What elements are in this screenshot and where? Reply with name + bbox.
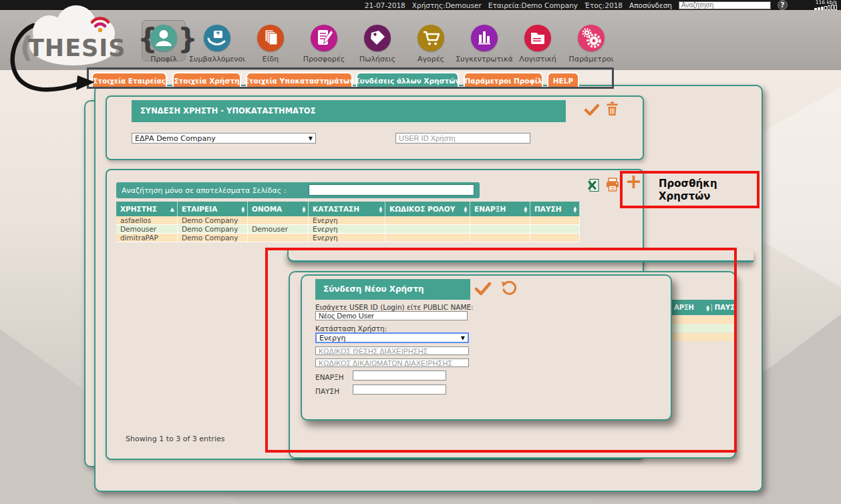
accounting-folder-icon — [524, 25, 551, 51]
partial-row — [672, 333, 735, 341]
user-branch-panel: ΣΥΝΔΕΣΗ ΧΡΗΣΤΗ - ΥΠΟΚΑΤΑΣΤΗΜΑΤΟΣ ΕΔΡΑ De… — [106, 95, 644, 160]
role-code-input[interactable] — [315, 346, 469, 355]
status-select[interactable]: Ενεργη ▼ — [315, 332, 469, 343]
chevron-down-icon: ▼ — [309, 136, 313, 142]
users-table: ΧΡΗΣΤΗΣ▲ ΕΤΑΙΡΕΙΑ▲▼ ΟΝΟΜΑ▲▼ ΚΑΤΑΣΤΑΣΗ▲▼ … — [116, 202, 580, 242]
background-partial-table: ΑΡΞΗ▲▼ ΠΑΥΣ — [672, 300, 735, 342]
user-label: Χρήστης:Demouser — [412, 1, 482, 9]
bandwidth-label: 116 kb/s — [816, 0, 837, 5]
logout-link[interactable]: Αποσύνδεση — [629, 1, 672, 9]
help-icon[interactable]: ? — [778, 0, 788, 10]
sort-icon: ▲▼ — [241, 206, 244, 212]
thesis-app: 21-07-2018 Χρήστης:Demouser Εταιρεία:Dem… — [0, 0, 841, 504]
column-header-company[interactable]: ΕΤΑΙΡΕΙΑ▲▼ — [178, 202, 248, 216]
delete-trash-icon[interactable] — [606, 101, 619, 119]
offers-icon — [311, 25, 337, 51]
tab-branches-info[interactable]: Στοιχεία Υποκαταστημάτων — [246, 72, 353, 87]
reports-chart-icon — [471, 25, 498, 51]
signal-bars-icon — [814, 5, 837, 10]
modal-title: Σύνδεση Νέου Χρήστη — [315, 279, 470, 300]
tab-profile-parameters[interactable]: Παράμετροι Προφίλ — [464, 72, 543, 87]
sort-icon: ▲▼ — [379, 206, 382, 212]
partial-column-stop: ΠΑΥΣ — [712, 304, 735, 311]
start-label: ΕΝΑΡΞΗ — [315, 373, 344, 381]
sort-icon: ▲▼ — [524, 206, 527, 212]
chevron-down-icon: ▼ — [461, 335, 465, 341]
global-search-input[interactable] — [679, 1, 771, 9]
search-label: Αναζήτηση μόνο σε αποτελέσματα Σελίδας : — [122, 186, 286, 195]
export-excel-icon[interactable] — [588, 179, 599, 194]
company-label: Εταιρεία:Demo Company — [488, 1, 578, 9]
column-header-user[interactable]: ΧΡΗΣΤΗΣ▲ — [116, 202, 178, 216]
status-label: Κατάσταση Χρήστη: — [315, 324, 387, 332]
table-header-row: ΧΡΗΣΤΗΣ▲ ΕΤΑΙΡΕΙΑ▲▼ ΟΝΟΜΑ▲▼ ΚΑΤΑΣΤΑΣΗ▲▼ … — [116, 202, 580, 216]
selection-brace-left: { — [138, 22, 158, 57]
page-results-search: Αναζήτηση μόνο σε αποτελέσματα Σελίδας : — [116, 182, 480, 198]
sort-icon: ▲▼ — [573, 206, 576, 212]
stop-label: ΠΑΥΣΗ — [315, 387, 339, 395]
tab-help[interactable]: HELP — [547, 72, 579, 87]
year-label: Έτος:2018 — [584, 1, 623, 9]
partial-row — [672, 324, 735, 332]
sales-tag-icon — [364, 25, 391, 51]
table-row[interactable]: asfaellosDemo CompanyΕνεργη — [116, 216, 580, 225]
table-entries-summary: Showing 1 to 3 of 3 entries — [126, 435, 224, 443]
contractors-icon — [204, 25, 230, 51]
stop-date-input[interactable] — [353, 385, 446, 395]
tab-user-info[interactable]: Στοιχεία Χρήστη — [172, 72, 241, 87]
panel-title: ΣΥΝΔΕΣΗ ΧΡΗΣΤΗ - ΥΠΟΚΑΤΑΣΤΗΜΑΤΟΣ — [132, 100, 566, 122]
column-header-start[interactable]: ΕΝΑΡΞΗ▲▼ — [470, 202, 530, 216]
modal-confirm-icon[interactable] — [474, 282, 492, 299]
sort-asc-icon: ▲ — [170, 206, 174, 212]
table-row[interactable]: dimitraPAPDemo CompanyΕνεργη — [116, 234, 580, 242]
modal-undo-icon[interactable] — [501, 281, 517, 298]
user-id-input[interactable] — [395, 133, 530, 144]
column-header-stop[interactable]: ΠΑΥΣΗ▲▼ — [530, 202, 580, 216]
sort-icon: ▲▼ — [464, 206, 467, 212]
toolbar-item-parameters[interactable]: Παράμετροι — [554, 25, 628, 63]
partial-row — [672, 316, 735, 324]
items-icon — [257, 25, 284, 51]
bandwidth-indicator: 116 kb/s — [794, 0, 837, 10]
parameters-gears-icon — [578, 25, 605, 51]
page-search-input[interactable] — [309, 184, 474, 196]
start-date-input[interactable] — [353, 370, 446, 381]
partial-column-start: ΑΡΞΗ▲▼ — [672, 304, 712, 311]
add-user-icon[interactable]: + — [625, 170, 642, 193]
date-label: 21-07-2018 — [365, 1, 405, 9]
user-id-label: Εισάγετε USER ID (Login) είτε PUBLIC NAM… — [315, 303, 474, 311]
branch-select[interactable]: ΕΔΡΑ Demo Company ▼ — [132, 133, 316, 144]
stacked-window-fragment — [287, 250, 753, 262]
sort-icon: ▲▼ — [302, 206, 305, 212]
table-row[interactable]: DemouserDemo CompanyDemouserΕνεργη — [116, 225, 580, 234]
thesis-logo: ( THESIS — [15, 3, 132, 71]
tab-company-info[interactable]: Στοιχεία Εταιρείας — [92, 72, 167, 87]
tab-other-user-connections[interactable]: Συνδέσεις άλλων Χρηστών — [356, 72, 459, 87]
confirm-icon[interactable] — [584, 103, 600, 119]
purchases-cart-icon — [417, 25, 444, 51]
new-user-modal: Σύνδεση Νέου Χρήστη Εισάγετε USER ID (Lo… — [301, 274, 672, 421]
selection-brace-right: } — [178, 22, 198, 57]
logo-text: THESIS — [28, 35, 126, 61]
column-header-name[interactable]: ΟΝΟΜΑ▲▼ — [248, 202, 309, 216]
sort-icon: ▲▼ — [706, 304, 709, 311]
column-header-status[interactable]: ΚΑΤΑΣΤΑΣΗ▲▼ — [309, 202, 385, 216]
column-header-role[interactable]: ΚΩΔΙΚΟΣ ΡΟΛΟΥ▲▼ — [385, 202, 470, 216]
print-icon[interactable] — [605, 178, 620, 194]
new-user-id-input[interactable] — [315, 311, 468, 320]
rights-code-input[interactable] — [315, 358, 469, 367]
